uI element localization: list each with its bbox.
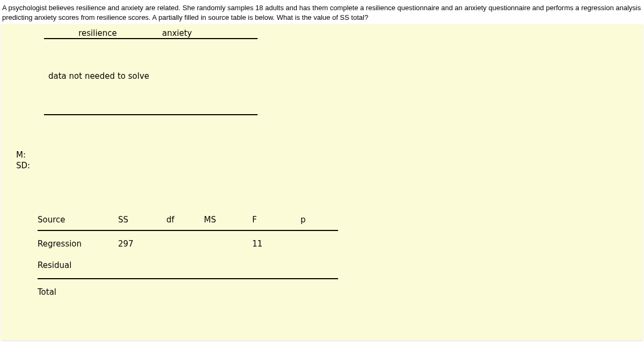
data-not-needed-note: data not needed to solve <box>48 71 149 81</box>
row-regression: Regression 297 11 <box>38 233 338 255</box>
data-table-header: resilience anxiety <box>44 28 258 39</box>
sd-label: SD: <box>16 161 30 172</box>
cell-regression-ss: 297 <box>118 239 166 249</box>
header-df: df <box>166 215 204 225</box>
source-table: Source SS df MS F p Regression 297 11 Re… <box>38 212 338 303</box>
data-table: resilience anxiety data not needed to so… <box>44 28 258 115</box>
cell-regression-f: 11 <box>252 239 301 249</box>
rule-bottom <box>38 278 338 279</box>
question-text: A psychologist believes resilience and a… <box>0 0 644 24</box>
cell-residual-label: Residual <box>38 260 118 270</box>
rule-top <box>38 230 338 231</box>
cell-total-label: Total <box>38 287 118 297</box>
mean-label: M: <box>16 150 30 161</box>
header-ss: SS <box>118 215 166 225</box>
source-table-header-row: Source SS df MS F p <box>38 212 338 228</box>
col-anxiety-header: anxiety <box>151 28 258 38</box>
data-table-body: data not needed to solve <box>44 39 258 114</box>
data-table-bottom-rule <box>44 114 258 115</box>
row-total: Total <box>38 281 338 303</box>
stats-labels: M: SD: <box>16 150 30 171</box>
header-f: F <box>252 215 301 225</box>
header-ms: MS <box>204 215 252 225</box>
cell-regression-label: Regression <box>38 239 118 249</box>
header-p: p <box>301 215 338 225</box>
header-source: Source <box>38 215 118 225</box>
col-resilience-header: resilience <box>44 28 151 38</box>
worksheet-area: resilience anxiety data not needed to so… <box>1 24 643 340</box>
row-residual: Residual <box>38 255 338 276</box>
